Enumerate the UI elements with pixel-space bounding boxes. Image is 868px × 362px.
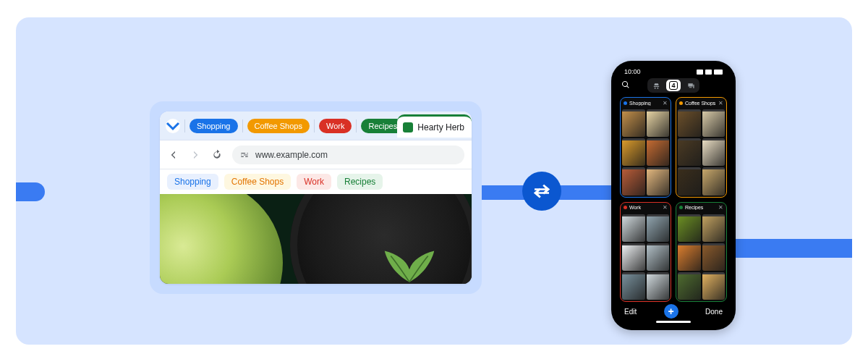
group-label: Recipes: [685, 205, 703, 210]
tab-thumbnail[interactable]: [647, 272, 670, 300]
tab-group-card-coffee[interactable]: Coffee Shops✕: [676, 97, 727, 198]
tab-group-pill-work[interactable]: Work: [319, 119, 352, 133]
bookmark-chip-work[interactable]: Work: [297, 174, 331, 190]
site-settings-icon[interactable]: [239, 150, 250, 160]
search-button[interactable]: [621, 79, 630, 92]
tab-thumbnail[interactable]: [678, 214, 701, 242]
reload-button[interactable]: [210, 148, 224, 161]
tab-thumbnail[interactable]: [647, 243, 670, 271]
tab-thumbnail[interactable]: [678, 109, 701, 137]
close-group-button[interactable]: ✕: [718, 100, 723, 106]
tab-group-card-shopping[interactable]: Shopping✕: [620, 97, 671, 198]
address-bar[interactable]: www.example.com: [232, 146, 464, 164]
close-group-button[interactable]: ✕: [718, 204, 723, 211]
edit-button[interactable]: Edit: [624, 308, 637, 316]
tab-thumbnail[interactable]: [647, 214, 670, 242]
phone-frame: 10:00 4 Sh: [611, 61, 736, 330]
tab-thumbnail[interactable]: [702, 272, 726, 300]
tab-group-header: Recipes✕: [676, 203, 726, 213]
signal-icon: [697, 70, 703, 75]
group-thumbnails: [621, 108, 671, 197]
search-icon: [621, 80, 630, 89]
close-group-button[interactable]: ✕: [663, 204, 668, 211]
battery-icon: [714, 70, 723, 75]
tab-group-header: Coffee Shops✕: [676, 98, 726, 108]
remote-tabs-segment[interactable]: [684, 80, 698, 91]
phone-bottom-bar: Edit + Done: [617, 302, 730, 321]
status-bar: 10:00: [617, 67, 730, 77]
divider: [184, 119, 185, 132]
divider: [314, 119, 315, 132]
back-button[interactable]: [167, 148, 180, 161]
tab-group-pill-shopping[interactable]: Shopping: [190, 119, 238, 133]
arrow-left-icon: [168, 149, 179, 161]
bookmark-chip-shopping[interactable]: Shopping: [167, 174, 218, 190]
tab-thumbnail[interactable]: [702, 167, 726, 195]
decorative-ribbon: [16, 182, 45, 201]
group-label: Shopping: [629, 101, 651, 106]
bookmark-chip-recipes[interactable]: Recipes: [337, 174, 383, 190]
tab-group-header: Work✕: [621, 203, 671, 213]
tab-overflow-button[interactable]: [166, 119, 180, 133]
phone-toolbar: 4: [617, 77, 730, 94]
group-thumbnails: [676, 108, 726, 197]
incognito-segment[interactable]: [649, 80, 663, 91]
tab-thumbnail[interactable]: [622, 167, 645, 195]
tab-thumbnail[interactable]: [622, 138, 645, 166]
favicon-icon: [403, 122, 413, 132]
wifi-icon: [705, 70, 712, 75]
tab-count-badge: 4: [669, 81, 677, 90]
tab-group-card-recipes[interactable]: Recipes✕: [676, 202, 727, 303]
bookmark-chip-coffee[interactable]: Coffee Shops: [224, 174, 292, 190]
active-tab[interactable]: Hearty Herb: [397, 114, 472, 138]
forward-button[interactable]: [189, 148, 202, 161]
divider: [356, 119, 357, 132]
tab-thumbnail[interactable]: [678, 167, 701, 195]
tab-thumbnail[interactable]: [622, 272, 645, 300]
stage: ShoppingCoffee ShopsWorkRecipes Hearty H…: [16, 17, 852, 345]
sync-badge: [522, 172, 561, 211]
tab-groups-grid: Shopping✕Coffee Shops✕Work✕Recipes✕: [617, 94, 730, 302]
group-label: Coffee Shops: [685, 101, 715, 106]
tab-thumbnail[interactable]: [702, 214, 726, 242]
plus-icon: +: [668, 306, 674, 317]
new-tab-button[interactable]: +: [664, 304, 678, 319]
toolbar: www.example.com: [160, 140, 472, 169]
tab-thumbnail[interactable]: [622, 243, 645, 271]
tab-group-pill-coffee[interactable]: Coffee Shops: [247, 119, 310, 133]
hero-image-lime: [160, 194, 283, 284]
tabs-segment[interactable]: 4: [666, 80, 681, 91]
tab-thumbnail[interactable]: [622, 109, 645, 137]
group-color-dot: [624, 206, 627, 209]
status-time: 10:00: [624, 68, 641, 75]
tab-thumbnail[interactable]: [678, 243, 701, 271]
url-text: www.example.com: [255, 150, 328, 160]
tab-thumbnail[interactable]: [702, 109, 726, 137]
tab-thumbnail[interactable]: [647, 167, 670, 195]
tab-thumbnail[interactable]: [622, 214, 645, 242]
active-tab-title: Hearty Herb: [417, 122, 464, 132]
tab-group-header: Shopping✕: [621, 98, 671, 108]
devices-icon: [687, 82, 695, 90]
done-button[interactable]: Done: [705, 308, 723, 316]
tab-strip: ShoppingCoffee ShopsWorkRecipes Hearty H…: [160, 111, 472, 140]
close-group-button[interactable]: ✕: [663, 100, 668, 106]
tab-thumbnail[interactable]: [702, 243, 726, 271]
tab-thumbnail[interactable]: [647, 109, 670, 137]
desktop-browser-card: ShoppingCoffee ShopsWorkRecipes Hearty H…: [150, 101, 482, 294]
chevron-down-icon: [166, 119, 180, 133]
group-label: Work: [629, 205, 641, 210]
swap-horiz-icon: [531, 180, 553, 202]
tab-thumbnail[interactable]: [678, 138, 701, 166]
incognito-icon: [652, 82, 660, 90]
status-icons: [697, 70, 723, 75]
reload-icon: [211, 149, 223, 161]
browser-window: ShoppingCoffee ShopsWorkRecipes Hearty H…: [160, 111, 472, 284]
group-color-dot: [679, 206, 683, 209]
tab-group-card-work[interactable]: Work✕: [620, 202, 671, 303]
tab-thumbnail[interactable]: [647, 138, 670, 166]
tab-thumbnail[interactable]: [702, 138, 726, 166]
tab-thumbnail[interactable]: [678, 272, 701, 300]
group-thumbnails: [676, 213, 726, 302]
group-color-dot: [624, 101, 627, 105]
